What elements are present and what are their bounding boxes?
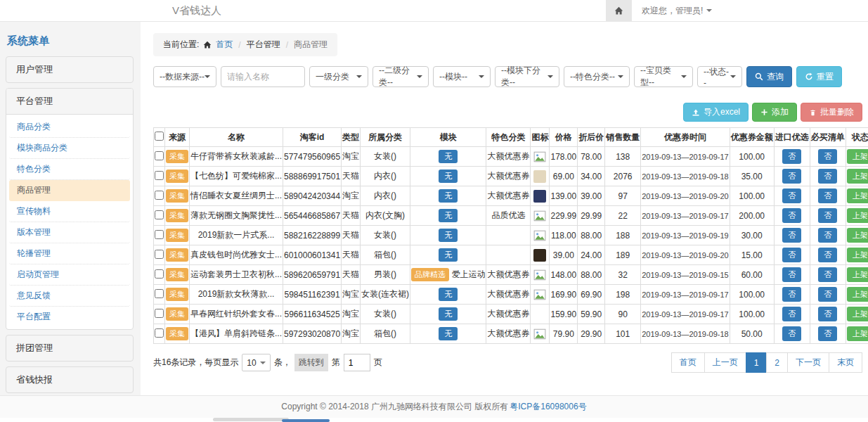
sidebar-subitem[interactable]: 意见反馈 bbox=[9, 286, 130, 307]
status-button[interactable]: 上架 bbox=[847, 287, 868, 302]
name-search-input[interactable] bbox=[221, 66, 305, 87]
row-checkbox[interactable] bbox=[155, 250, 164, 259]
batch-delete-button[interactable]: 批量删除 bbox=[801, 103, 862, 122]
add-button[interactable]: 添加 bbox=[752, 103, 797, 122]
filter-select-label: --模块下分类-- bbox=[501, 65, 548, 89]
row-checkbox[interactable] bbox=[155, 210, 164, 219]
filter-select-source[interactable]: --数据来源-- bbox=[153, 66, 216, 87]
home-button[interactable] bbox=[606, 0, 632, 21]
status-button[interactable]: 上架 bbox=[847, 248, 868, 262]
filter-select-6[interactable]: --状态-- bbox=[697, 66, 742, 87]
must-buy-toggle[interactable]: 否 bbox=[818, 208, 837, 223]
status-button[interactable]: 上架 bbox=[847, 188, 868, 203]
must-buy-toggle[interactable]: 否 bbox=[818, 188, 837, 203]
sidebar-subitem[interactable]: 平台配置 bbox=[9, 307, 130, 327]
import-select-toggle[interactable]: 否 bbox=[782, 307, 801, 321]
status-button[interactable]: 上架 bbox=[847, 169, 868, 184]
sidebar-item-accordion[interactable]: 用户管理 bbox=[6, 56, 134, 83]
select-all-checkbox[interactable] bbox=[155, 132, 164, 141]
import-select-toggle[interactable]: 否 bbox=[782, 248, 801, 262]
filter-select-1[interactable]: --二级分类-- bbox=[373, 66, 429, 87]
table-header: 优惠券时间 bbox=[641, 128, 730, 147]
row-checkbox[interactable] bbox=[155, 230, 164, 239]
sidebar-subitem[interactable]: 特色分类 bbox=[9, 159, 130, 180]
top-navbar: V省钱达人 欢迎您，管理员! bbox=[0, 0, 868, 22]
status-button[interactable]: 上架 bbox=[847, 149, 868, 164]
breadcrumb-home-link[interactable]: 首页 bbox=[216, 39, 233, 51]
must-buy-toggle[interactable]: 否 bbox=[818, 149, 837, 164]
import-excel-button[interactable]: 导入excel bbox=[683, 103, 749, 122]
sidebar-item-accordion[interactable]: 省钱快报 bbox=[6, 366, 134, 393]
chevron-down-icon bbox=[356, 75, 362, 78]
row-checkbox[interactable] bbox=[155, 328, 164, 338]
per-page-select[interactable]: 10 bbox=[242, 354, 270, 371]
must-buy-toggle[interactable]: 否 bbox=[818, 287, 837, 302]
status-button[interactable]: 上架 bbox=[847, 326, 868, 341]
row-checkbox[interactable] bbox=[155, 309, 164, 318]
jump-page-input[interactable] bbox=[344, 354, 370, 371]
filter-select-3[interactable]: --模块下分类-- bbox=[495, 66, 559, 87]
import-select-toggle[interactable]: 否 bbox=[782, 188, 801, 203]
table-cell: 588869917501 bbox=[283, 167, 342, 186]
table-cell: 597293020870 bbox=[283, 324, 342, 344]
import-select-toggle[interactable]: 否 bbox=[782, 169, 801, 184]
filter-select-4[interactable]: --特色分类-- bbox=[564, 66, 630, 87]
scrollbar-thumb[interactable] bbox=[213, 418, 289, 421]
import-select-toggle[interactable]: 否 bbox=[782, 208, 801, 223]
filter-select-label: --数据来源-- bbox=[160, 71, 205, 83]
sidebar-subitem[interactable]: 轮播管理 bbox=[9, 243, 130, 264]
product-name: 情侣睡衣女夏丝绸男士... bbox=[190, 186, 283, 206]
row-checkbox[interactable] bbox=[155, 269, 164, 279]
row-checkbox[interactable] bbox=[155, 191, 164, 200]
filter-select-5[interactable]: --宝贝类型-- bbox=[634, 66, 693, 87]
reset-button[interactable]: 重置 bbox=[796, 66, 842, 87]
status-button[interactable]: 上架 bbox=[847, 307, 868, 321]
status-button[interactable]: 上架 bbox=[847, 228, 868, 243]
table-cell: 女装(连衣裙) bbox=[361, 285, 410, 305]
sidebar-subitem[interactable]: 模块商品分类 bbox=[9, 138, 130, 159]
status-button[interactable]: 上架 bbox=[847, 267, 868, 282]
jump-button[interactable]: 跳转到 bbox=[294, 354, 328, 371]
page-1[interactable]: 1 bbox=[746, 352, 767, 373]
table-cell: 2019-09-13—2019-09-20 bbox=[641, 245, 730, 265]
search-button[interactable]: 查询 bbox=[746, 66, 792, 87]
sidebar-subitem[interactable]: 启动页管理 bbox=[9, 264, 130, 286]
row-checkbox[interactable] bbox=[155, 171, 164, 180]
import-select-toggle[interactable]: 否 bbox=[782, 287, 801, 302]
page-first[interactable]: 首页 bbox=[671, 352, 705, 373]
import-select-toggle[interactable]: 否 bbox=[782, 228, 801, 243]
must-buy-toggle[interactable]: 否 bbox=[818, 169, 837, 184]
import-select-toggle[interactable]: 否 bbox=[782, 149, 801, 164]
sidebar-subitem[interactable]: 商品管理 bbox=[9, 180, 130, 201]
sidebar-subitem[interactable]: 版本管理 bbox=[9, 222, 130, 243]
page-prev[interactable]: 上一页 bbox=[704, 352, 746, 373]
table-cell: 淘宝 bbox=[342, 324, 361, 344]
table-cell: 女装() bbox=[361, 305, 410, 324]
sidebar-item-accordion[interactable]: 拼团管理 bbox=[6, 335, 134, 362]
import-select-toggle[interactable]: 否 bbox=[782, 267, 801, 282]
table-cell: 169.90 bbox=[550, 285, 578, 305]
sidebar-subitem[interactable]: 宣传物料 bbox=[9, 201, 130, 222]
status-button[interactable]: 上架 bbox=[847, 208, 868, 223]
must-buy-toggle[interactable]: 否 bbox=[818, 307, 837, 321]
table-cell: 上架 bbox=[846, 305, 868, 324]
user-menu[interactable]: 欢迎您，管理员! bbox=[642, 5, 712, 17]
sidebar-item-accordion[interactable]: 平台管理 bbox=[6, 89, 133, 115]
must-buy-toggle[interactable]: 否 bbox=[818, 267, 837, 282]
must-buy-toggle[interactable]: 否 bbox=[818, 248, 837, 262]
filter-select-2[interactable]: --模块-- bbox=[433, 66, 491, 87]
table-cell bbox=[531, 186, 550, 206]
row-checkbox[interactable] bbox=[155, 289, 164, 298]
page-2[interactable]: 2 bbox=[766, 352, 788, 373]
row-checkbox[interactable] bbox=[155, 151, 164, 160]
table-cell: 上架 bbox=[846, 167, 868, 186]
must-buy-toggle[interactable]: 否 bbox=[818, 228, 837, 243]
page-next[interactable]: 下一页 bbox=[787, 352, 829, 373]
page-last[interactable]: 末页 bbox=[829, 352, 862, 373]
must-buy-toggle[interactable]: 否 bbox=[818, 326, 837, 341]
filter-select-0[interactable]: 一级分类 bbox=[309, 66, 368, 87]
table-cell: 采集 bbox=[165, 245, 190, 265]
sidebar-subitem[interactable]: 商品分类 bbox=[9, 117, 130, 138]
import-select-toggle[interactable]: 否 bbox=[782, 326, 801, 341]
icp-link[interactable]: 粤ICP备16098006号 bbox=[510, 401, 586, 413]
